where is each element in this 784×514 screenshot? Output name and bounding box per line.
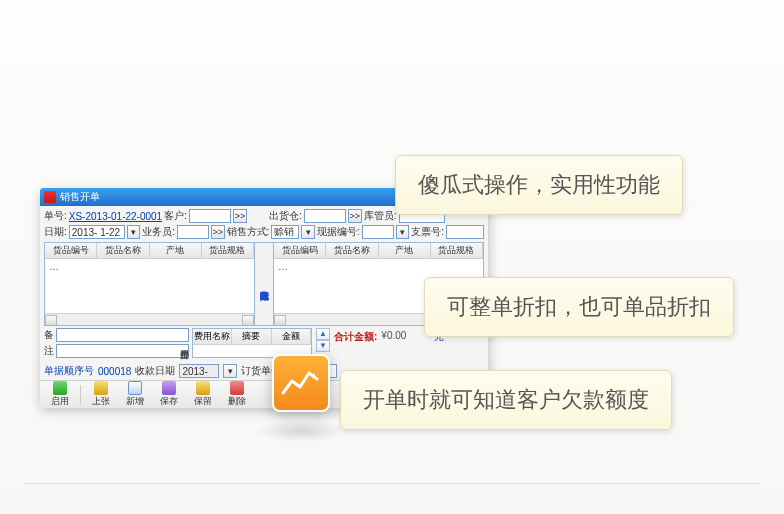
seq-label: 单据顺序号	[44, 364, 94, 378]
col-spec-r[interactable]: 货品规格	[431, 243, 483, 258]
sale-mode-label: 销售方式:	[227, 225, 270, 239]
tool-delete[interactable]: 删除	[221, 381, 253, 408]
grid-left-hscroll[interactable]	[45, 313, 254, 325]
order-no-label: 单号:	[44, 209, 67, 223]
warehouse-out-input[interactable]	[304, 209, 346, 223]
bottom-area: 备 注 垫付费用 费用名称 摘要 金额	[44, 326, 484, 360]
warehouse-out-lookup-button[interactable]: >>	[348, 209, 362, 223]
grid-left-header: 货品编号 货品名称 产地 货品规格	[45, 243, 254, 259]
window-title: 销售开单	[60, 190, 100, 204]
col-origin-r[interactable]: 产地	[379, 243, 431, 258]
fee-col-summary[interactable]: 摘要	[232, 329, 271, 345]
prev-icon	[94, 381, 108, 395]
voucher-no-dropdown-button[interactable]: ▾	[396, 225, 410, 239]
tool-save[interactable]: 保存	[153, 381, 185, 408]
fee-side-label: 垫付费用	[178, 328, 192, 358]
collect-date-dropdown-button[interactable]: ▾	[223, 364, 237, 378]
customer-label: 客户:	[164, 209, 187, 223]
new-icon	[128, 381, 142, 395]
voucher-no-input[interactable]	[362, 225, 394, 239]
grid-right-header: 货品编码 货品名称 产地 货品规格	[274, 243, 483, 259]
remark-label-1: 备	[44, 328, 54, 342]
date-label: 日期:	[44, 225, 67, 239]
col-name-r[interactable]: 货品名称	[326, 243, 378, 258]
ellipsis-icon-r: …	[278, 261, 288, 272]
grid-left-body[interactable]: …	[45, 259, 254, 313]
warehouse-out-label: 出货仓:	[269, 209, 302, 223]
order-no-link[interactable]: XS-2013-01-22-0001	[69, 211, 162, 222]
cheque-no-input[interactable]	[446, 225, 484, 239]
total-value: ¥0.00	[381, 330, 406, 341]
remarks-block: 备 注	[44, 328, 174, 358]
ellipsis-icon: …	[49, 261, 59, 272]
gift-toggle-strip[interactable]: 随单赠送鼠标点击隐藏	[255, 242, 273, 326]
callout-easy-operation: 傻瓜式操作，实用性功能	[395, 155, 683, 215]
salesman-label: 业务员:	[142, 225, 175, 239]
collect-date-label: 收款日期	[135, 364, 175, 378]
col-name[interactable]: 货品名称	[97, 243, 149, 258]
tool-prev[interactable]: 上张	[85, 381, 117, 408]
tool-new[interactable]: 新增	[119, 381, 151, 408]
col-spec[interactable]: 货品规格	[202, 243, 254, 258]
keeper-label: 库管员:	[364, 209, 397, 223]
delete-icon	[230, 381, 244, 395]
date-dropdown-button[interactable]: ▾	[127, 225, 141, 239]
col-origin[interactable]: 产地	[150, 243, 202, 258]
form-area: 单号: XS-2013-01-22-0001 客户: >> 出货仓: >> 库管…	[40, 206, 488, 362]
chart-icon-shadow	[255, 420, 347, 442]
page-divider	[24, 483, 760, 484]
seq-value: 000018	[98, 366, 131, 377]
remark-input-1[interactable]	[56, 328, 189, 342]
voucher-no-label: 现据编号:	[317, 225, 360, 239]
toolbar-separator	[80, 385, 81, 405]
callout-customer-debt: 开单时就可知道客户欠款额度	[340, 370, 672, 430]
customer-input[interactable]	[189, 209, 231, 223]
save-icon	[162, 381, 176, 395]
chart-badge-icon	[272, 354, 330, 412]
collect-date-input[interactable]	[179, 364, 219, 378]
remark-label-2: 注	[44, 344, 54, 358]
grid-area: 货品编号 货品名称 产地 货品规格 … 随单赠送鼠标点击隐藏 货品编码 货品名称…	[44, 242, 484, 326]
customer-lookup-button[interactable]: >>	[233, 209, 247, 223]
tool-enable[interactable]: 启用	[44, 381, 76, 408]
remark-input-2[interactable]	[56, 344, 189, 358]
keep-icon	[196, 381, 210, 395]
form-row-2: 日期: ▾ 业务员: >> 销售方式: ▾ 现据编号: ▾ 支票号:	[44, 224, 484, 240]
col-code[interactable]: 货品编号	[45, 243, 97, 258]
app-icon	[44, 191, 56, 203]
fee-col-name[interactable]: 费用名称	[193, 329, 232, 345]
salesman-input[interactable]	[177, 225, 209, 239]
tool-keep[interactable]: 保留	[187, 381, 219, 408]
sale-mode-dropdown-button[interactable]: ▾	[301, 225, 315, 239]
arrow-down-button[interactable]: ▼	[316, 340, 330, 352]
salesman-lookup-button[interactable]: >>	[211, 225, 225, 239]
callout-discount: 可整单折扣，也可单品折扣	[424, 277, 734, 337]
date-input[interactable]	[69, 225, 125, 239]
arrow-up-button[interactable]: ▲	[316, 328, 330, 340]
items-grid-left[interactable]: 货品编号 货品名称 产地 货品规格 …	[44, 242, 255, 326]
total-label: 合计金额:	[334, 330, 377, 344]
cheque-no-label: 支票号:	[411, 225, 444, 239]
sale-mode-input[interactable]	[271, 225, 299, 239]
fee-col-amount[interactable]: 金额	[272, 329, 311, 345]
col-code-r[interactable]: 货品编码	[274, 243, 326, 258]
enable-icon	[53, 381, 67, 395]
